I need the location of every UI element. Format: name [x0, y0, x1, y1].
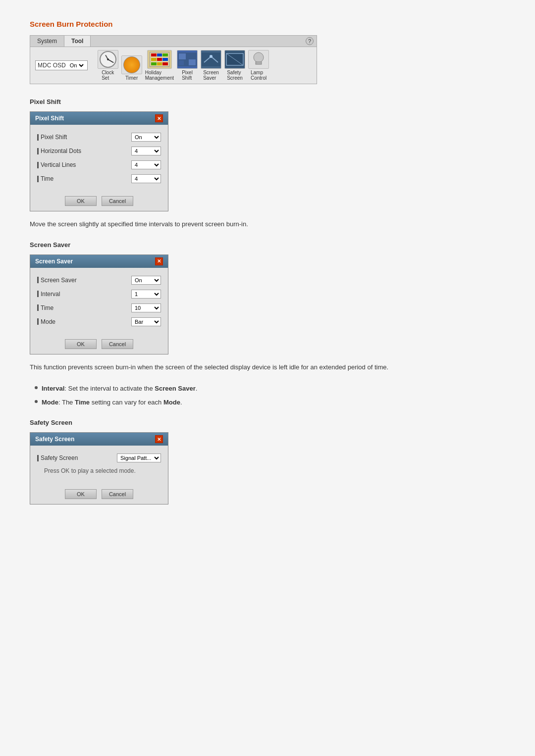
mdc-osd-select[interactable]: On Off: [68, 62, 85, 69]
safety-screen-label: SafetyScreen: [227, 70, 243, 81]
bullet-mode-colon: : The: [58, 399, 75, 406]
safety-screen-section-title: Safety Screen: [30, 419, 505, 426]
bullet-mode: Mode: The Time setting can vary for each…: [35, 398, 505, 407]
svg-rect-1: [179, 53, 186, 59]
toolbar-icon-clock-set[interactable]: ClockSet: [98, 50, 118, 81]
ps-label-1: Horizontal Dots: [41, 148, 81, 154]
safety-screen-note: Press OK to play a selected mode.: [44, 467, 161, 474]
screen-saver-close-button[interactable]: ✕: [155, 257, 163, 265]
ss-label-3: Mode: [41, 318, 55, 325]
label-bar: [37, 318, 39, 325]
label-bar: [37, 277, 39, 283]
ss-label-0: Screen Saver: [41, 277, 77, 284]
label-bar: [37, 455, 39, 461]
ps-select-0[interactable]: On Off: [131, 133, 161, 142]
ps-label-0: Pixel Shift: [41, 134, 67, 141]
safety-screen-ok-button[interactable]: OK: [65, 489, 97, 499]
mdc-osd-control: MDC OSD On Off: [35, 60, 88, 70]
svg-rect-3: [179, 60, 184, 65]
mdc-osd-label: MDC OSD: [38, 62, 66, 69]
svg-rect-2: [189, 59, 196, 65]
label-bar: [37, 291, 39, 297]
toolbar-icon-timer[interactable]: Timer: [121, 55, 142, 81]
bullet-mode-term3: Mode: [163, 399, 180, 406]
help-button[interactable]: ?: [306, 37, 314, 45]
label-bar: [37, 304, 39, 311]
pixel-shift-ok-button[interactable]: OK: [65, 196, 97, 206]
screen-saver-section: Screen Saver Screen Saver ✕ Screen Saver…: [30, 241, 505, 407]
pixel-shift-row-0: Pixel Shift On Off: [37, 133, 161, 142]
screen-saver-row-1: Interval 123: [37, 290, 161, 299]
pixel-shift-row-1: Horizontal Dots 1234: [37, 147, 161, 155]
bullet-interval-term: Interval: [42, 385, 64, 392]
ss-select-1[interactable]: 123: [131, 290, 161, 299]
screen-saver-row-3: Mode BarEraserPixel: [37, 317, 161, 326]
safety-screen-close-button[interactable]: ✕: [155, 435, 163, 443]
tab-system[interactable]: System: [30, 36, 64, 47]
bullet-mode-term2: Time: [75, 399, 90, 406]
label-bar: [37, 162, 39, 168]
safety-screen-dialog: Safety Screen ✕ Safety Screen Signal Pat…: [30, 432, 168, 504]
screen-saver-section-title: Screen Saver: [30, 241, 505, 249]
bullet-mode-term: Mode: [42, 399, 58, 406]
ss-select-0[interactable]: OnOff: [131, 276, 161, 285]
svg-point-5: [210, 55, 213, 58]
pixel-shift-close-button[interactable]: ✕: [155, 114, 163, 122]
ps-select-1[interactable]: 1234: [131, 147, 161, 155]
bullet-interval-colon: : Set the interval to activate the: [64, 385, 155, 392]
ss-label-1: Interval: [41, 291, 60, 298]
safety-screen-section: Safety Screen Safety Screen ✕ Safety Scr…: [30, 419, 505, 504]
pixel-shift-row-2: Vertical Lines 1234: [37, 160, 161, 169]
screen-saver-row-2: Time 5101520: [37, 303, 161, 312]
ps-select-3[interactable]: 1234: [131, 174, 161, 183]
screen-saver-dialog-title: Screen Saver: [35, 258, 73, 265]
toolbar-icon-lamp-control[interactable]: LampControl: [248, 50, 269, 81]
bullet-dot: [35, 400, 38, 403]
svg-point-9: [254, 52, 264, 62]
pixel-shift-dialog: Pixel Shift ✕ Pixel Shift On Off Horizon…: [30, 111, 168, 211]
safety-screen-row-0: Safety Screen Signal Patt...ScrollFade: [37, 454, 161, 462]
ss-select-2[interactable]: 5101520: [131, 303, 161, 312]
screen-saver-label: ScreenSaver: [203, 70, 219, 81]
pixel-shift-section: Pixel Shift Pixel Shift ✕ Pixel Shift On…: [30, 98, 505, 229]
clock-set-label: ClockSet: [102, 70, 114, 81]
safety-screen-select-0[interactable]: Signal Patt...ScrollFade: [117, 454, 161, 462]
screen-saver-row-0: Screen Saver OnOff: [37, 276, 161, 285]
pixel-shift-label: PixelShift: [182, 70, 193, 81]
screen-saver-bullets: Interval: Set the interval to activate t…: [35, 384, 505, 407]
ps-select-2[interactable]: 1234: [131, 160, 161, 169]
screen-saver-cancel-button[interactable]: Cancel: [102, 339, 133, 349]
lamp-control-label: LampControl: [251, 70, 267, 81]
bullet-interval: Interval: Set the interval to activate t…: [35, 384, 505, 394]
toolbar-icon-screen-saver[interactable]: ScreenSaver: [201, 50, 221, 81]
pixel-shift-cancel-button[interactable]: Cancel: [102, 196, 133, 206]
bullet-interval-term2: Screen Saver: [155, 385, 195, 392]
screen-saver-dialog: Screen Saver ✕ Screen Saver OnOff Interv…: [30, 254, 168, 354]
ss-select-3[interactable]: BarEraserPixel: [131, 317, 161, 326]
page-title: Screen Burn Protection: [30, 20, 505, 28]
ps-label-3: Time: [41, 175, 54, 182]
ss-label-2: Time: [41, 304, 54, 311]
screen-saver-description: This function prevents screen burn-in wh…: [30, 362, 505, 372]
safty-label-0: Safety Screen: [41, 454, 78, 461]
pixel-shift-row-3: Time 1234: [37, 174, 161, 183]
toolbar-icon-pixel-shift[interactable]: PixelShift: [177, 50, 198, 81]
pixel-shift-section-title: Pixel Shift: [30, 98, 505, 105]
safety-screen-dialog-title: Safety Screen: [35, 436, 74, 443]
toolbar-panel: System Tool ? MDC OSD On Off: [30, 35, 317, 84]
label-bar: [37, 176, 39, 182]
pixel-shift-dialog-title: Pixel Shift: [35, 115, 64, 122]
safety-screen-cancel-button[interactable]: Cancel: [102, 489, 133, 499]
tab-tool[interactable]: Tool: [64, 36, 91, 47]
pixel-shift-description: Move the screen slightly at specified ti…: [30, 219, 505, 229]
label-bar: [37, 148, 39, 154]
toolbar-icon-safety-screen[interactable]: SafetyScreen: [224, 50, 245, 81]
screen-saver-ok-button[interactable]: OK: [65, 339, 97, 349]
label-bar: [37, 134, 39, 141]
svg-rect-4: [202, 52, 220, 66]
bullet-dot: [35, 386, 38, 389]
ps-label-2: Vertical Lines: [41, 161, 76, 168]
toolbar-icon-holiday-management[interactable]: HolidayManagement: [145, 50, 174, 81]
timer-label: Timer: [125, 75, 138, 81]
holiday-management-label: HolidayManagement: [145, 70, 174, 81]
